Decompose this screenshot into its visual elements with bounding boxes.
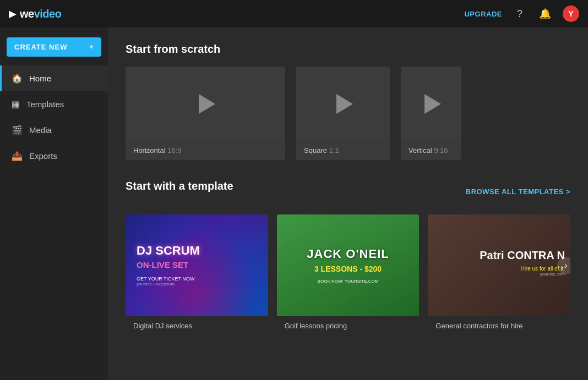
sidebar-item-exports-label: Exports [29, 151, 57, 161]
help-icon[interactable]: ? [512, 6, 527, 21]
sidebar-item-exports[interactable]: 📤 Exports [0, 143, 108, 169]
header-right: UPGRADE ? 🔔 Y [464, 5, 579, 22]
sidebar-item-home-label: Home [29, 74, 51, 83]
scratch-card-horizontal-thumb [126, 67, 285, 141]
golf-background: JACK O'NEIL 3 LESSONS - $200 BOOK NOW: Y… [277, 214, 420, 316]
sidebar-item-media-label: Media [29, 125, 52, 135]
dj-subtitle-text: ON-LIVE SET [137, 260, 188, 269]
golf-subtitle-text: 3 LESSONS - $200 [314, 265, 382, 273]
golf-cta-text: BOOK NOW: YOURSITE.COM [318, 279, 379, 284]
scratch-card-vertical-thumb [401, 67, 461, 141]
sidebar-item-templates[interactable]: ▦ Templates [0, 91, 108, 117]
scratch-cards: Horizontal 16:9 Square 1:1 [126, 67, 570, 160]
avatar[interactable]: Y [563, 5, 579, 22]
upgrade-button[interactable]: UPGRADE [464, 10, 502, 18]
template-card-dj[interactable]: DJ SCRUM ON-LIVE SET GET YOUR TICKET NOW… [126, 214, 268, 335]
notifications-icon[interactable]: 🔔 [537, 6, 553, 21]
scratch-card-square[interactable]: Square 1:1 [296, 67, 390, 160]
contractor-card-label: General contractors for hire [428, 316, 570, 335]
logo-video: video [34, 8, 62, 20]
play-icon [424, 94, 441, 114]
exports-icon: 📤 [12, 151, 23, 161]
play-icon [199, 94, 215, 114]
template-card-contractor[interactable]: Patri CONTRA N Hire us for all of it! yo… [428, 214, 570, 335]
scratch-card-square-label: Square 1:1 [296, 141, 390, 160]
template-section-title: Start with a template [126, 180, 233, 192]
logo-icon: ▶ [9, 8, 17, 20]
header: ▶ wevideo UPGRADE ? 🔔 Y [0, 0, 588, 27]
create-new-label: CREATE NEW [14, 43, 67, 51]
golf-card-label: Golf lessons pricing [277, 316, 420, 335]
contractor-text-block: Patri CONTRA N Hire us for all of it! yo… [480, 249, 565, 277]
logo-we: we [20, 8, 34, 20]
scratch-card-vertical-label: Vertical 9:16 [401, 141, 461, 160]
scratch-aspect-horizontal: 16:9 [167, 146, 181, 155]
scratch-card-vertical[interactable]: Vertical 9:16 [401, 67, 461, 160]
scratch-section-title: Start from scratch [126, 43, 570, 56]
sidebar-item-media[interactable]: 🎬 Media [0, 117, 108, 143]
create-new-button[interactable]: CREATE NEW ▾ [7, 37, 101, 57]
scratch-card-square-thumb [296, 67, 390, 141]
dj-background: DJ SCRUM ON-LIVE SET GET YOUR TICKET NOW… [126, 214, 268, 316]
dj-name-text: DJ SCRUM [137, 244, 200, 257]
template-cards: DJ SCRUM ON-LIVE SET GET YOUR TICKET NOW… [126, 214, 570, 335]
scratch-label-square: Square [304, 146, 327, 155]
chevron-down-icon: ▾ [90, 43, 94, 51]
template-card-golf[interactable]: JACK O'NEIL 3 LESSONS - $200 BOOK NOW: Y… [277, 214, 420, 335]
scratch-aspect-square: 1:1 [329, 146, 339, 155]
create-btn-wrapper: CREATE NEW ▾ [0, 33, 108, 65]
dj-cta-text: GET YOUR TICKET NOW [137, 276, 194, 282]
play-icon [336, 94, 353, 114]
contractor-thumb: Patri CONTRA N Hire us for all of it! yo… [428, 214, 570, 316]
templates-icon: ▦ [12, 99, 20, 109]
golf-overlay: JACK O'NEIL 3 LESSONS - $200 BOOK NOW: Y… [277, 214, 420, 316]
body: CREATE NEW ▾ 🏠 Home ▦ Templates 🎬 Media … [0, 27, 588, 380]
golf-title-text: JACK O'NEIL [307, 247, 389, 261]
dj-thumb: DJ SCRUM ON-LIVE SET GET YOUR TICKET NOW… [126, 214, 268, 316]
sidebar: CREATE NEW ▾ 🏠 Home ▦ Templates 🎬 Media … [0, 27, 108, 380]
golf-thumb: JACK O'NEIL 3 LESSONS - $200 BOOK NOW: Y… [277, 214, 420, 316]
sidebar-item-home[interactable]: 🏠 Home [0, 65, 108, 91]
contractor-cta-text: Hire us for all of it! [480, 266, 565, 272]
media-icon: 🎬 [12, 125, 23, 135]
dj-site-text: yoursite.us/djscrum [137, 282, 175, 287]
sidebar-item-templates-label: Templates [26, 100, 64, 109]
contractor-background: Patri CONTRA N Hire us for all of it! yo… [428, 214, 570, 316]
template-next-button[interactable]: › [557, 257, 570, 274]
logo-text: wevideo [20, 8, 61, 20]
scratch-card-horizontal[interactable]: Horizontal 16:9 [126, 67, 285, 160]
scratch-aspect-vertical: 9:16 [434, 146, 448, 155]
main-content: Start from scratch Horizontal 16:9 Squar… [108, 27, 588, 380]
template-section-header: Start with a template BROWSE ALL TEMPLAT… [126, 180, 570, 203]
dj-card-label: Digital DJ services [126, 316, 268, 335]
logo: ▶ wevideo [9, 8, 61, 20]
scratch-card-horizontal-label: Horizontal 16:9 [126, 141, 285, 160]
contractor-site-text: yoursite.com [480, 272, 565, 277]
home-icon: 🏠 [12, 73, 23, 84]
contractor-name-text: Patri CONTRA N [480, 249, 565, 261]
browse-all-templates-link[interactable]: BROWSE ALL TEMPLATES > [466, 188, 570, 196]
scratch-label-horizontal: Horizontal [133, 146, 166, 155]
scratch-label-vertical: Vertical [409, 146, 432, 155]
